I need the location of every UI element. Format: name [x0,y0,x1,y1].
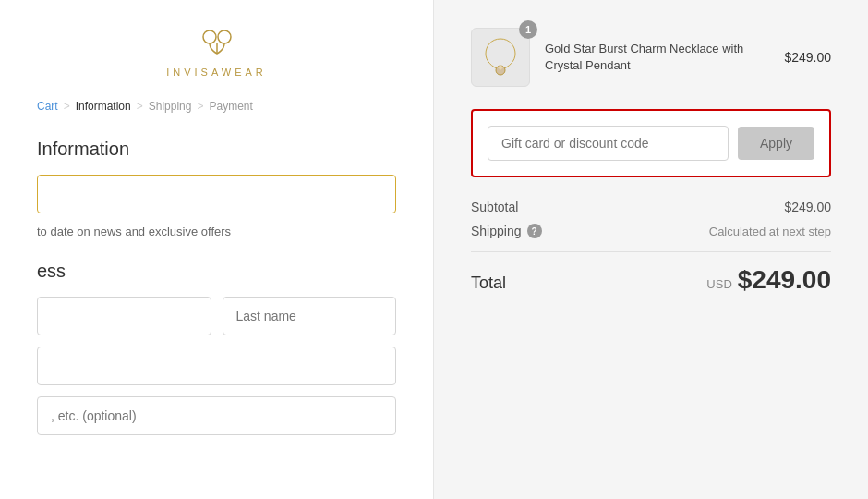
shipping-value: Calculated at next step [709,225,831,238]
product-row: 1 Gold Star Burst Charm Necklace with Cr… [471,28,831,87]
email-input[interactable] [37,175,396,213]
shipping-label: Shipping ? [471,224,542,238]
right-panel: 1 Gold Star Burst Charm Necklace with Cr… [434,0,868,499]
left-panel: INVISAWEAR Cart > Information > Shipping… [0,0,434,499]
address-section: ess [37,261,396,446]
address-input[interactable] [37,347,396,385]
logo-icon [197,28,237,61]
breadcrumb-information: Information [76,100,131,113]
breadcrumb-payment: Payment [209,100,252,113]
shipping-info-icon[interactable]: ? [527,224,542,238]
summary-divider [471,251,831,252]
breadcrumb: Cart > Information > Shipping > Payment [37,100,396,113]
subtotal-label: Subtotal [471,200,518,214]
name-row [37,297,396,335]
address-title: ess [37,261,396,282]
total-currency: USD [706,277,731,291]
necklace-icon [482,35,519,79]
subtotal-value: $249.00 [784,200,831,214]
product-badge: 1 [519,20,537,39]
product-image-wrap: 1 [471,28,530,87]
breadcrumb-sep-1: > [64,100,70,113]
svg-point-1 [218,30,231,43]
breadcrumb-sep-2: > [137,100,143,113]
total-value-wrap: USD $249.00 [706,265,831,295]
apply-button[interactable]: Apply [738,127,814,160]
total-row: Total USD $249.00 [471,265,831,295]
breadcrumb-cart[interactable]: Cart [37,100,58,113]
logo-area: INVISAWEAR [37,28,396,78]
info-section: Information to date on news and exclusiv… [37,139,396,238]
product-name: Gold Star Burst Charm Necklace with Crys… [545,41,769,74]
apt-input[interactable] [37,396,396,435]
discount-input[interactable] [488,126,729,161]
svg-point-0 [203,30,216,43]
info-title: Information [37,139,396,160]
total-value: $249.00 [738,265,831,295]
first-name-input[interactable] [37,297,211,335]
product-image [471,28,530,87]
subtotal-row: Subtotal $249.00 [471,200,831,214]
product-price: $249.00 [784,50,831,65]
newsletter-text: to date on news and exclusive offers [37,225,396,238]
breadcrumb-sep-3: > [197,100,203,113]
last-name-input[interactable] [223,297,397,335]
total-label: Total [471,274,506,293]
logo-text: INVISAWEAR [166,67,267,78]
discount-section: Apply [471,109,831,177]
shipping-row: Shipping ? Calculated at next step [471,224,831,238]
breadcrumb-shipping: Shipping [149,100,192,113]
